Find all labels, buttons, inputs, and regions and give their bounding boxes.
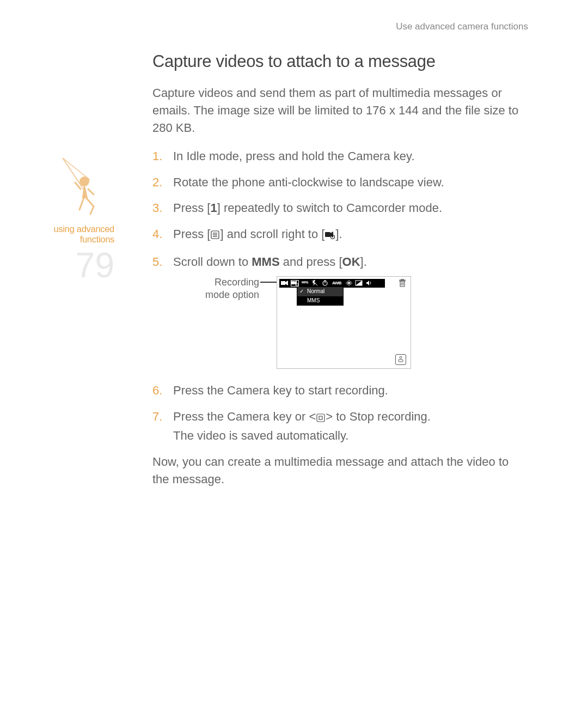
svg-point-2 bbox=[80, 177, 89, 186]
step-4-text-a: Press [ bbox=[173, 227, 210, 241]
svg-rect-12 bbox=[325, 232, 330, 237]
steps-list: In Idle mode, press and hold the Camera … bbox=[152, 148, 528, 445]
figure-label: Recording mode option bbox=[194, 276, 259, 301]
stop-record-softkey-icon bbox=[395, 354, 406, 365]
step-3: Press [1] repeatedly to switch to Camcor… bbox=[152, 199, 528, 217]
dropdown-option-mms: MMS bbox=[297, 296, 343, 306]
svg-point-33 bbox=[400, 356, 402, 358]
step-4-text-c: ]. bbox=[335, 227, 342, 241]
phone-screen: ᴹᴾᴳ AWB ✓ Normal bbox=[277, 276, 411, 369]
timer-icon bbox=[321, 280, 329, 287]
page-number: 79 bbox=[33, 248, 114, 283]
step-7-line2: The video is saved automatically. bbox=[173, 429, 348, 442]
svg-line-1 bbox=[63, 158, 84, 191]
step-3-key: 1 bbox=[210, 201, 217, 215]
step-1-text: In Idle mode, press and hold the Camera … bbox=[173, 149, 415, 163]
dropdown-normal-label: Normal bbox=[307, 288, 324, 296]
trash-icon bbox=[399, 279, 406, 290]
sound-icon bbox=[365, 280, 373, 287]
menu-key-icon bbox=[210, 227, 220, 245]
step-5: Scroll down to MMS and press [OK]. Recor… bbox=[152, 253, 528, 369]
figure-recording-mode: Recording mode option ᴹᴾᴳ AWB bbox=[194, 276, 528, 369]
exposure-icon bbox=[355, 280, 363, 287]
step-3-text-a: Press [ bbox=[173, 201, 210, 215]
header-section-title: Use advanced camera functions bbox=[396, 21, 528, 32]
dropdown-option-normal: ✓ Normal bbox=[297, 287, 343, 296]
camcorder-icon bbox=[280, 280, 289, 287]
sidebar: using advanced functions 79 bbox=[33, 155, 114, 283]
recording-mode-menu-icon bbox=[291, 280, 299, 287]
sidebar-caption-line2: functions bbox=[80, 234, 114, 244]
svg-line-7 bbox=[90, 206, 94, 214]
svg-rect-36 bbox=[319, 416, 322, 419]
svg-rect-35 bbox=[317, 414, 324, 422]
step-5-text-c: ]. bbox=[360, 255, 367, 269]
figure-label-line1: Recording bbox=[215, 277, 259, 288]
step-5-mms: MMS bbox=[252, 255, 279, 269]
step-6: Press the Camera key to start recording. bbox=[152, 382, 528, 399]
recording-mode-dropdown: ✓ Normal MMS bbox=[297, 287, 344, 306]
main-content: Capture videos to attach to a message Ca… bbox=[152, 52, 528, 488]
svg-line-6 bbox=[86, 198, 94, 206]
flash-off-icon bbox=[311, 280, 319, 287]
step-2-text: Rotate the phone anti-clockwise to lands… bbox=[173, 175, 444, 189]
mpeg-icon: ᴹᴾᴳ bbox=[301, 280, 309, 287]
recording-mode-icon bbox=[324, 227, 335, 245]
climber-icon bbox=[33, 155, 114, 226]
step-7-text-a: Press the Camera key or < bbox=[173, 410, 316, 423]
step-7-text-b: > to Stop recording. bbox=[326, 410, 431, 423]
figure-label-line2: mode option bbox=[205, 289, 259, 300]
step-2: Rotate the phone anti-clockwise to lands… bbox=[152, 174, 528, 191]
svg-line-4 bbox=[88, 189, 94, 194]
step-5-text-b: and press [ bbox=[280, 255, 342, 269]
step-4: Press [] and scroll right to []. bbox=[152, 226, 528, 245]
step-5-ok: OK bbox=[342, 255, 360, 269]
step-1: In Idle mode, press and hold the Camera … bbox=[152, 148, 528, 165]
awb-icon: AWB bbox=[331, 280, 343, 287]
svg-rect-16 bbox=[291, 281, 295, 284]
step-3-text-b: ] repeatedly to switch to Camcorder mode… bbox=[217, 201, 442, 215]
step-6-text: Press the Camera key to start recording. bbox=[173, 384, 388, 397]
svg-line-5 bbox=[79, 198, 84, 210]
leader-line bbox=[260, 282, 277, 283]
stop-softkey-icon bbox=[316, 410, 326, 427]
svg-point-14 bbox=[332, 236, 333, 238]
page-title: Capture videos to attach to a message bbox=[152, 52, 528, 71]
intro-paragraph: Capture videos and send them as part of … bbox=[152, 84, 528, 137]
svg-line-0 bbox=[63, 158, 90, 180]
starburst-icon bbox=[345, 280, 353, 287]
svg-rect-15 bbox=[281, 281, 285, 285]
svg-rect-34 bbox=[399, 360, 403, 362]
step-5-text-a: Scroll down to bbox=[173, 255, 252, 269]
step-4-text-b: ] and scroll right to [ bbox=[220, 227, 324, 241]
sidebar-caption: using advanced functions bbox=[33, 224, 114, 245]
svg-rect-32 bbox=[401, 279, 403, 280]
conclusion-paragraph: Now, you can create a multimedia message… bbox=[152, 453, 528, 488]
check-icon: ✓ bbox=[299, 288, 305, 296]
dropdown-mms-label: MMS bbox=[307, 297, 320, 305]
step-7: Press the Camera key or <> to Stop recor… bbox=[152, 408, 528, 445]
